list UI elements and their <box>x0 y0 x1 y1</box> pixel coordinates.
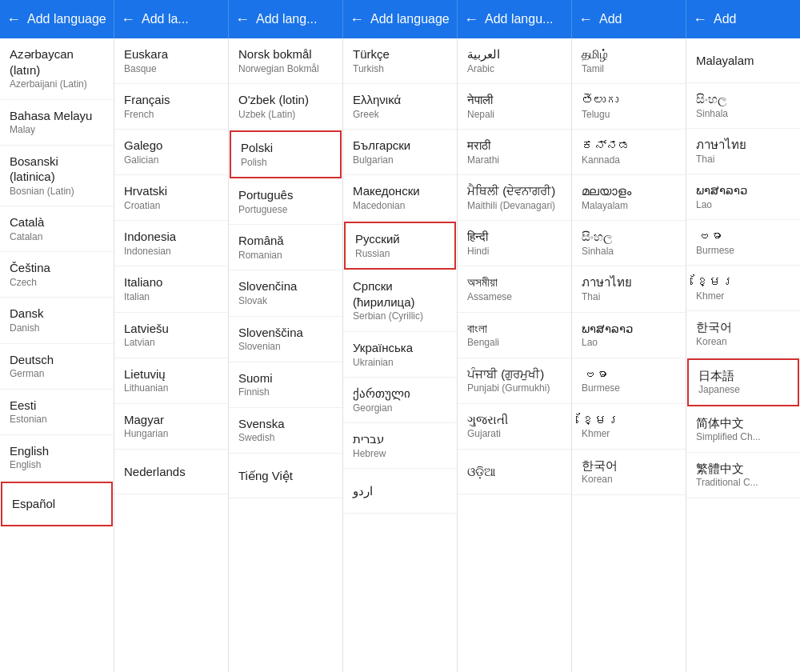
language-item[interactable]: ภาษาไทยThai <box>572 266 686 312</box>
language-item[interactable]: Malayalam <box>686 38 800 83</box>
language-item[interactable]: ČeštinaCzech <box>0 252 114 298</box>
language-item[interactable]: 日本語Japanese <box>687 358 799 406</box>
language-item[interactable]: සිංහලSinhala <box>686 83 800 129</box>
back-arrow-0[interactable]: ← <box>6 11 21 28</box>
language-item[interactable]: العربيةArabic <box>458 38 571 84</box>
language-item[interactable]: РусскийRussian <box>344 222 456 270</box>
language-english-name: Swedish <box>238 432 334 445</box>
language-item[interactable]: ພາສາລາວLao <box>572 313 686 358</box>
language-item[interactable]: MagyarHungarian <box>114 404 228 450</box>
language-item[interactable]: മലയാളംMalayalam <box>572 175 686 221</box>
language-item[interactable]: CatalàCatalan <box>0 206 114 252</box>
language-item[interactable]: ItalianoItalian <box>114 266 228 312</box>
language-item[interactable]: GalegoGalician <box>114 130 228 175</box>
language-item[interactable]: FrançaisFrench <box>114 84 228 130</box>
language-item[interactable]: O'zbek (lotin)Uzbek (Latin) <box>229 84 342 130</box>
language-native-name: اردو <box>353 483 449 499</box>
header-col-1[interactable]: ←Add la... <box>114 0 229 38</box>
language-item[interactable]: RomânăRomanian <box>229 225 342 270</box>
language-item[interactable]: ਮੈਥਿਲੀ (ਦੇਵਨਾਗਰੀ)Maithili (Devanagari) <box>458 175 571 221</box>
language-item[interactable]: EestiEstonian <box>0 390 114 435</box>
language-item[interactable]: SvenskaSwedish <box>229 408 342 454</box>
language-english-name: Hindi <box>467 246 563 258</box>
language-item[interactable]: தமிழ்Tamil <box>572 38 686 84</box>
language-item[interactable]: 简体中文Simplified Ch... <box>686 407 800 453</box>
language-item[interactable]: Español <box>1 482 113 526</box>
language-item[interactable]: БългарскиBulgarian <box>343 130 457 175</box>
language-native-name: Azərbaycan (latın) <box>10 46 106 78</box>
header-col-6[interactable]: ←Add <box>686 0 800 38</box>
language-english-name: Malayalam <box>582 200 678 213</box>
language-item[interactable]: PolskiPolish <box>230 130 342 178</box>
language-item[interactable]: Српски (ћирилица)Serbian (Cyrillic) <box>343 270 457 332</box>
language-item[interactable]: МакедонскиMacedonian <box>343 175 457 221</box>
language-english-name: Bulgarian <box>353 154 449 167</box>
header-col-5[interactable]: ←Add <box>572 0 686 38</box>
header-label-4: Add langu... <box>485 12 553 26</box>
language-item[interactable]: नेपालीNepali <box>458 84 571 130</box>
language-native-name: Slovenščina <box>238 325 334 341</box>
language-item[interactable]: Norsk bokmålNorwegian Bokmål <box>229 38 342 84</box>
language-item[interactable]: DeutschGerman <box>0 344 114 390</box>
language-native-name: ଓଡ଼ିଆ <box>467 464 563 480</box>
language-native-name: Svenska <box>238 416 334 432</box>
language-item[interactable]: ខ្មែរKhmer <box>572 404 686 450</box>
language-item[interactable]: SuomiFinnish <box>229 362 342 408</box>
language-item[interactable]: অসমীয়াAssamese <box>458 266 571 312</box>
language-item[interactable]: اردو <box>343 469 457 514</box>
language-item[interactable]: УкраїнськаUkrainian <box>343 332 457 378</box>
language-item[interactable]: SlovenščinaSlovenian <box>229 317 342 362</box>
language-item[interactable]: हिन्दीHindi <box>458 221 571 266</box>
header-col-3[interactable]: ←Add language <box>343 0 458 38</box>
language-item[interactable]: IndonesiaIndonesian <box>114 221 228 266</box>
language-item[interactable]: ქართულიGeorgian <box>343 378 457 423</box>
language-item[interactable]: LatviešuLatvian <box>114 313 228 358</box>
language-item[interactable]: Bahasa MelayuMalay <box>0 100 114 146</box>
language-item[interactable]: HrvatskiCroatian <box>114 175 228 221</box>
language-item[interactable]: Nederlands <box>114 450 228 494</box>
header-col-4[interactable]: ←Add langu... <box>458 0 572 38</box>
language-item[interactable]: ಕನ್ನಡKannada <box>572 130 686 175</box>
language-item[interactable]: SlovenčinaSlovak <box>229 270 342 316</box>
language-item[interactable]: 繁體中文Traditional C... <box>686 453 800 498</box>
language-item[interactable]: ΕλληνικάGreek <box>343 84 457 130</box>
language-item[interactable]: TürkçeTurkish <box>343 38 457 84</box>
back-arrow-4[interactable]: ← <box>464 11 478 28</box>
header-col-2[interactable]: ←Add lang... <box>229 0 343 38</box>
language-english-name: Galician <box>124 154 220 167</box>
language-item[interactable]: मराठीMarathi <box>458 130 571 175</box>
language-item[interactable]: සිංහලSinhala <box>572 221 686 266</box>
language-item[interactable]: 한국어Korean <box>572 450 686 495</box>
language-item[interactable]: ខ្មែរKhmer <box>686 266 800 311</box>
back-arrow-6[interactable]: ← <box>693 11 707 28</box>
back-arrow-2[interactable]: ← <box>235 11 250 28</box>
language-item[interactable]: ਪੰਜਾਬੀ (ਗੁਰਮੁਖੀ)Punjabi (Gurmukhi) <box>458 358 571 404</box>
language-item[interactable]: తెలుగుTelugu <box>572 84 686 130</box>
back-arrow-3[interactable]: ← <box>350 11 364 28</box>
language-item[interactable]: ဗမာBurmese <box>686 220 800 266</box>
language-item[interactable]: Azərbaycan (latın)Azerbaijani (Latin) <box>0 38 114 100</box>
header-col-0[interactable]: ←Add language <box>0 0 114 38</box>
language-item[interactable]: Bosanski (latinica)Bosnian (Latin) <box>0 146 114 207</box>
language-item[interactable]: ଓଡ଼ିଆ <box>458 450 571 494</box>
language-native-name: Eesti <box>10 398 106 414</box>
language-item[interactable]: ภาษาไทยThai <box>686 129 800 174</box>
language-native-name: Indonesia <box>124 229 220 245</box>
language-item[interactable]: ພາສາລາວLao <box>686 174 800 220</box>
back-arrow-1[interactable]: ← <box>121 11 135 28</box>
language-item[interactable]: DanskDanish <box>0 298 114 343</box>
language-item[interactable]: ગુજરાતીGujarati <box>458 404 571 450</box>
language-english-name: Nepali <box>467 109 563 122</box>
language-item[interactable]: Tiếng Việt <box>229 454 342 498</box>
language-item[interactable]: EuskaraBasque <box>114 38 228 84</box>
back-arrow-5[interactable]: ← <box>578 11 593 28</box>
language-item[interactable]: 한국어Korean <box>686 311 800 357</box>
language-column-2: Norsk bokmålNorwegian BokmålO'zbek (loti… <box>229 38 343 672</box>
language-item[interactable]: ဗမာBurmese <box>572 358 686 404</box>
language-item[interactable]: PortuguêsPortuguese <box>229 179 342 225</box>
language-item[interactable]: বাংলাBengali <box>458 313 571 358</box>
language-item[interactable]: עבריתHebrew <box>343 423 457 469</box>
language-native-name: Deutsch <box>10 352 106 368</box>
language-item[interactable]: EnglishEnglish <box>0 435 114 481</box>
language-item[interactable]: LietuviųLithuanian <box>114 358 228 404</box>
